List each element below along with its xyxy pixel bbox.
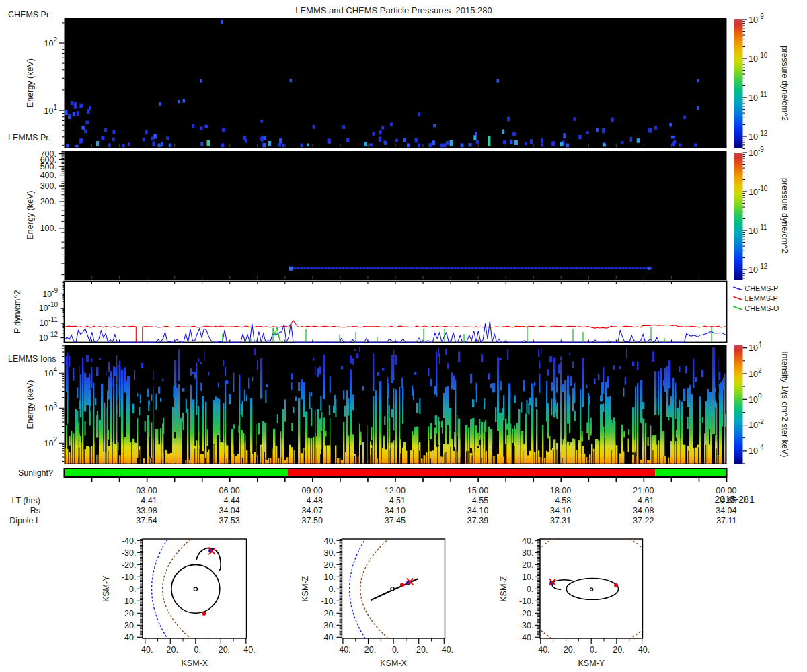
svg-text:-20.: -20. — [561, 645, 576, 655]
svg-text:10-12: 10-12 — [748, 263, 768, 275]
svg-text:pressure dyne/cm^2: pressure dyne/cm^2 — [780, 46, 790, 121]
svg-text:0.: 0. — [590, 645, 597, 655]
svg-text:34.04: 34.04 — [219, 506, 239, 515]
svg-text:30.: 30. — [324, 548, 336, 558]
svg-text:37.22: 37.22 — [633, 516, 654, 526]
svg-text:-20.: -20. — [519, 609, 534, 618]
svg-text:10.: 10. — [324, 573, 336, 582]
svg-text:37.53: 37.53 — [219, 516, 239, 526]
svg-text:104: 104 — [44, 366, 58, 378]
svg-text:-30.: -30. — [321, 621, 336, 630]
svg-text:-10.: -10. — [122, 573, 137, 582]
svg-text:40.: 40. — [124, 633, 136, 642]
svg-text:33.98: 33.98 — [136, 506, 157, 515]
svg-text:pressure dyne/cm^2: pressure dyne/cm^2 — [780, 178, 790, 253]
svg-text:40.: 40. — [522, 536, 533, 546]
svg-text:20.: 20. — [613, 645, 624, 655]
svg-text:06:00: 06:00 — [219, 486, 239, 495]
svg-text:4.58: 4.58 — [555, 496, 571, 505]
svg-text:15:00: 15:00 — [467, 486, 488, 495]
svg-text:18:00: 18:00 — [550, 486, 571, 495]
svg-text:-20.: -20. — [216, 645, 231, 655]
svg-text:09:00: 09:00 — [302, 486, 323, 495]
svg-text:10.: 10. — [522, 573, 533, 582]
svg-text:4.44: 4.44 — [223, 496, 239, 505]
svg-text:37.31: 37.31 — [550, 516, 571, 526]
svg-text:-30.: -30. — [519, 621, 534, 630]
svg-text:20.: 20. — [364, 645, 376, 655]
svg-text:100: 100 — [748, 392, 762, 405]
svg-text:300.: 300. — [40, 181, 56, 191]
svg-text:10-11: 10-11 — [748, 224, 767, 236]
svg-text:CHEMS-O: CHEMS-O — [745, 304, 779, 312]
svg-text:20.: 20. — [324, 560, 336, 570]
svg-text:LEMMS-P: LEMMS-P — [745, 294, 778, 302]
svg-text:10-12: 10-12 — [39, 331, 59, 343]
svg-text:Energy (keV): Energy (keV) — [26, 380, 35, 429]
svg-text:P dyn/cm^2: P dyn/cm^2 — [13, 290, 22, 334]
svg-text:KSM-Y: KSM-Y — [102, 575, 111, 602]
svg-text:-40.: -40. — [535, 645, 550, 655]
svg-text:-40.: -40. — [519, 633, 534, 642]
svg-text:10-4: 10-4 — [748, 444, 764, 456]
svg-text:-40.: -40. — [122, 536, 137, 546]
svg-text:37.11: 37.11 — [716, 516, 736, 526]
svg-text:20.: 20. — [167, 645, 178, 655]
svg-text:40.: 40. — [324, 536, 336, 546]
svg-text:20.: 20. — [124, 609, 136, 618]
svg-text:-20.: -20. — [414, 645, 428, 655]
svg-text:40.: 40. — [141, 645, 153, 655]
svg-text:-40.: -40. — [321, 633, 336, 642]
svg-text:40.: 40. — [638, 645, 650, 655]
svg-text:KSM-Y: KSM-Y — [578, 659, 605, 668]
svg-text:40.: 40. — [339, 645, 350, 655]
svg-text:34.07: 34.07 — [302, 506, 323, 515]
svg-text:4.55: 4.55 — [472, 496, 488, 505]
svg-text:2015-281: 2015-281 — [715, 494, 755, 505]
svg-text:LEMMS and CHEMS Particle Press: LEMMS and CHEMS Particle Pressures 2015:… — [295, 5, 492, 15]
svg-text:-10.: -10. — [321, 597, 336, 606]
svg-text:CHEMS Pr.: CHEMS Pr. — [8, 10, 51, 19]
svg-text:102: 102 — [748, 367, 762, 379]
svg-text:34.10: 34.10 — [550, 506, 571, 515]
svg-text:10-9: 10-9 — [748, 146, 764, 158]
svg-text:Energy (keV): Energy (keV) — [26, 58, 35, 108]
svg-text:4.48: 4.48 — [307, 496, 323, 505]
svg-text:34.10: 34.10 — [467, 506, 488, 515]
svg-text:KSM-X: KSM-X — [181, 659, 208, 668]
svg-text:37.39: 37.39 — [467, 516, 488, 526]
svg-text:12:00: 12:00 — [385, 486, 406, 495]
svg-text:Rs: Rs — [30, 506, 40, 515]
svg-text:21:00: 21:00 — [633, 486, 654, 495]
svg-text:10-11: 10-11 — [39, 316, 58, 328]
svg-text:Dipole L: Dipole L — [9, 516, 40, 526]
svg-text:34.04: 34.04 — [716, 506, 736, 515]
svg-text:102: 102 — [44, 436, 58, 448]
svg-text:4.51: 4.51 — [389, 496, 406, 505]
svg-text:34.10: 34.10 — [385, 506, 406, 515]
svg-text:KSM-Z: KSM-Z — [499, 575, 508, 601]
svg-text:LEMMS Ions: LEMMS Ions — [8, 354, 56, 364]
svg-text:-30.: -30. — [122, 548, 137, 558]
svg-text:100.: 100. — [40, 224, 56, 233]
svg-text:200.: 200. — [40, 197, 56, 206]
svg-text:20.: 20. — [522, 560, 533, 570]
svg-text:30.: 30. — [124, 621, 136, 630]
svg-text:KSM-X: KSM-X — [380, 659, 407, 668]
svg-text:101: 101 — [44, 103, 58, 116]
svg-text:10-10: 10-10 — [748, 52, 768, 64]
svg-text:102: 102 — [44, 36, 58, 48]
svg-text:-20.: -20. — [321, 609, 336, 618]
svg-text:intensity 1/(s cm^2 ster keV): intensity 1/(s cm^2 ster keV) — [780, 352, 790, 458]
svg-text:4.61: 4.61 — [638, 496, 654, 505]
svg-text:-40.: -40. — [241, 645, 256, 655]
svg-text:4.41: 4.41 — [141, 496, 157, 505]
svg-text:KSM-Z: KSM-Z — [301, 575, 311, 601]
svg-text:-40.: -40. — [439, 645, 454, 655]
svg-text:0.: 0. — [329, 585, 336, 594]
svg-text:03:00: 03:00 — [136, 486, 157, 495]
svg-text:10-10: 10-10 — [748, 185, 768, 197]
svg-text:LT (hrs): LT (hrs) — [11, 496, 40, 505]
svg-text:37.54: 37.54 — [136, 516, 157, 526]
svg-text:10-12: 10-12 — [748, 130, 768, 142]
